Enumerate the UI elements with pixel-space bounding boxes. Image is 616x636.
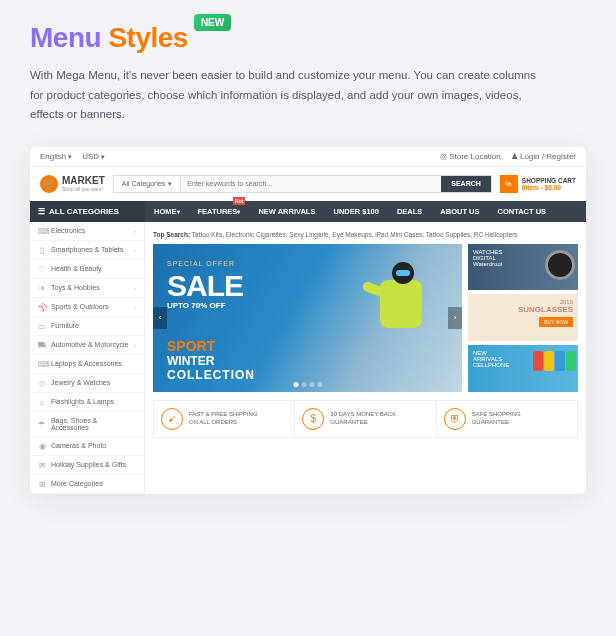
nav-new-arrivals[interactable]: NEW ARRIVALS [249,201,324,222]
sidebar-item[interactable]: ⚾Sports & Outdoors› [30,298,144,317]
category-sidebar: ⌨Electronics› ▯Smartphones & Tablets› ♡H… [30,222,145,494]
sidebar-item[interactable]: ▯Smartphones & Tablets› [30,241,144,260]
sidebar-item[interactable]: ◉Cameras & Photo [30,437,144,456]
slider-dots[interactable] [293,382,322,387]
cart-subtotal: 0item - $0.00 [522,184,576,191]
feature-safe: ⛨ SAFE SHOPPINGGUARANTEE [437,401,577,437]
car-icon: ⛟ [38,341,46,349]
cart-icon: 🛍 [500,175,518,193]
gift-icon: ✉ [38,461,46,469]
hero-sale: SALE [167,269,243,303]
store-location-link[interactable]: ◎ Store Location [440,152,501,161]
sidebar-item[interactable]: ✉Holiday Supplies & Gifts [30,456,144,475]
buy-now-button[interactable]: BUY NOW [539,317,573,327]
cart-logo-icon: 🛒 [40,175,58,193]
hero-special: SPECIAL OFFER [167,260,243,267]
promo-sunglasses[interactable]: 2018 SUNGLASSES BUY NOW [468,294,578,341]
sidebar-item[interactable]: ▭Furniture [30,317,144,336]
language-selector[interactable]: English [40,152,72,161]
search-bar: All Categories SEARCH [113,175,492,193]
topbar: English USD ◎ Store Location ♟ Login / R… [30,147,586,167]
section-title: Menu Styles NEW [30,22,586,54]
sidebar-more[interactable]: ⊞More Categories [30,475,144,494]
sidebar-item[interactable]: ⌨Laptops & Accessories [30,355,144,374]
nav-deals[interactable]: DEALS [388,201,431,222]
bag-icon: ☂ [38,420,46,428]
all-categories-toggle[interactable]: ☰ALL CATEGORIES [30,201,145,222]
promo-watches[interactable]: WATCHES DIGITAL Waterdrool [468,244,578,291]
camera-icon: ◉ [38,442,46,450]
currency-selector[interactable]: USD [82,152,105,161]
sidebar-item[interactable]: ⌨Electronics› [30,222,144,241]
furniture-icon: ▭ [38,322,46,330]
main-nav: ☰ALL CATEGORIES HOME FEATURESHot NEW ARR… [30,201,586,222]
phones-icon [533,351,576,371]
skier-image [352,254,442,374]
sport-icon: ⚾ [38,303,46,311]
main-content: Top Search: Tattoo Kits, Electronic Ciga… [145,222,586,494]
toy-icon: ✈ [38,284,46,292]
lamp-icon: ☼ [38,398,46,406]
phone-icon: ▯ [38,246,46,254]
tv-icon: ⌨ [38,227,46,235]
slider-next[interactable]: › [448,307,462,329]
nav-home[interactable]: HOME [145,201,189,222]
cart-title: SHOPPING CART [522,177,576,184]
feature-moneyback: $ 30 DAYS MONEY BACKGUARANTEE [295,401,436,437]
shield-icon: ⛨ [444,408,466,430]
nav-contact[interactable]: CONTACT US [489,201,556,222]
rocket-icon: ➹ [161,408,183,430]
new-badge: NEW [194,14,231,31]
sidebar-item[interactable]: ◇Jewelry & Watches [30,374,144,393]
slider-prev[interactable]: ‹ [153,307,167,329]
hero-slider: ‹ › SPECIAL OFFER SALE UPTO 70% OFF SPOR… [153,244,462,392]
money-icon: $ [302,408,324,430]
shopping-cart[interactable]: 🛍 SHOPPING CART 0item - $0.00 [500,175,576,193]
theme-screenshot: English USD ◎ Store Location ♟ Login / R… [30,147,586,494]
sidebar-item[interactable]: ☼Flashlights & Lamps [30,393,144,412]
header: 🛒 MARKET Shop all you want! All Categori… [30,167,586,201]
search-button[interactable]: SEARCH [441,176,491,192]
hero-line3: COLLECTION [167,368,255,382]
section-description: With Mega Menu, it's never been easier t… [30,66,550,125]
title-word-2: Styles [108,22,188,53]
login-register-link[interactable]: ♟ Login / Register [511,152,576,161]
hot-badge: Hot [233,197,245,205]
watch-icon [545,250,575,280]
nav-features[interactable]: FEATURESHot [189,201,250,222]
logo-name: MARKET [62,175,105,186]
logo[interactable]: 🛒 MARKET Shop all you want! [40,175,105,193]
nav-about[interactable]: ABOUT US [431,201,488,222]
search-category-dropdown[interactable]: All Categories [114,176,182,192]
search-input[interactable] [181,176,441,192]
sidebar-item[interactable]: ⛟Automotive & Motorcycle› [30,336,144,355]
sidebar-item[interactable]: ♡Health & Beauty [30,260,144,279]
laptop-icon: ⌨ [38,360,46,368]
feature-shipping: ➹ FAST & FREE SHIPPINGON ALL ORDERS [154,401,295,437]
sidebar-item[interactable]: ✈Toys & Hobbies› [30,279,144,298]
hero-line2: WINTER [167,354,255,368]
top-search-row: Top Search: Tattoo Kits, Electronic Ciga… [153,228,578,244]
promo-cellphone[interactable]: NEW ARRIVALS CELLPHONE [468,345,578,392]
sidebar-item[interactable]: ☂Bags, Shoes & Accessories [30,412,144,437]
hero-line1: SPORT [167,338,255,354]
hamburger-icon: ☰ [38,207,45,216]
features-row: ➹ FAST & FREE SHIPPINGON ALL ORDERS $ 30… [153,400,578,438]
grid-icon: ⊞ [38,480,46,488]
nav-under-100[interactable]: UNDER $100 [324,201,387,222]
logo-tagline: Shop all you want! [62,186,105,192]
diamond-icon: ◇ [38,379,46,387]
heart-icon: ♡ [38,265,46,273]
title-word-1: Menu [30,22,101,53]
